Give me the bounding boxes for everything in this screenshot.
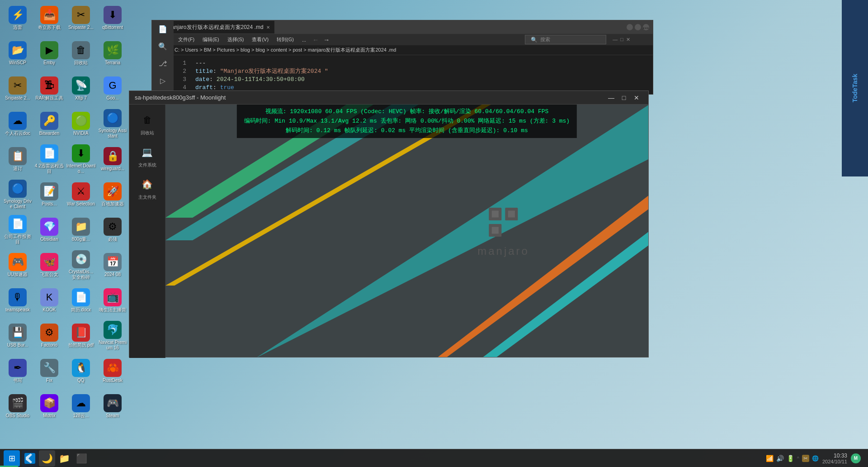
desktop-icon-2024-08[interactable]: 📅 2024 08 — [97, 249, 128, 281]
desktop-icon-800g[interactable]: 📁 800g量... — [65, 214, 97, 246]
desktop-icon-navicat[interactable]: 🐬 Navicat Premium 16 — [97, 319, 128, 352]
desktop-icon-cloud-doc[interactable]: ☁ 个人石云doc — [2, 108, 33, 140]
desktop-icon-synology-drive[interactable]: 🔵 Synology Drive Client — [2, 178, 33, 211]
desktop-icon-obs[interactable]: 🎬 OBS Studio — [2, 390, 33, 423]
vscode-titlebar: M manjaro发行版本远程桌面方案2024 .md ✕ ··· — [152, 20, 653, 34]
desktop-icon-connect[interactable]: 📋 退订 — [2, 143, 33, 176]
desktop-icon-idm[interactable]: ⬇ Internet Downlo... — [65, 143, 97, 176]
vscode-run-icon[interactable]: ▷ — [156, 74, 169, 87]
moonlight-sidebar: 🗑 回收站 💻 文件系统 🏠 主文件夹 — [129, 105, 165, 358]
vscode-menu-goto[interactable]: 转到(G) — [273, 35, 297, 44]
desktop-icon-must[interactable]: ⚙ 必须 — [97, 214, 128, 246]
desktop-icon-snipaste2[interactable]: ✂ Snipaste 2... — [2, 72, 33, 105]
vscode-search-box[interactable]: 🔍 搜索 — [525, 35, 606, 44]
vscode-back-btn[interactable]: ← — [311, 36, 321, 43]
desktop-icon-war-selection[interactable]: ⚔ War Selection — [65, 178, 97, 211]
desktop-icon-posts[interactable]: 📝 Posts... — [33, 178, 65, 211]
taskbar-overflow-icon[interactable]: ^ — [797, 456, 799, 461]
desktop-icon-company-doc[interactable]: 📄 公司工作投资目 — [2, 214, 33, 246]
desktop-icon-teamspeak[interactable]: 🎙 teamspeask — [2, 284, 33, 317]
taskbar-app-moonlight[interactable]: 🌙 — [39, 450, 55, 467]
vscode-split-icon[interactable] — [635, 24, 641, 30]
sidebar-item-home[interactable]: 🏠 主文件夹 — [132, 173, 163, 203]
vscode-tab-close[interactable]: ✕ — [266, 25, 270, 30]
fix-icon: 🔧 — [40, 359, 58, 377]
desktop-icon-steam[interactable]: 🎮 Steam — [97, 390, 128, 423]
desktop-icon-rar[interactable]: 🗜 RAR解压工具 — [33, 72, 65, 105]
todetask-panel[interactable]: TodeTask — [842, 0, 868, 176]
desktop-icon-obsidian[interactable]: 💎 Obsidian — [33, 214, 65, 246]
desktop-icon-resume-doc[interactable]: 📄 简历.docx — [65, 284, 97, 317]
taskbar-volume-icon[interactable]: 🔊 — [776, 455, 784, 462]
taskbar-battery-icon[interactable]: 🔋 — [787, 455, 794, 462]
vscode-files-icon[interactable]: 📄 — [156, 23, 169, 35]
moonlight-close-btn[interactable]: ✕ — [630, 91, 643, 104]
moonlight-content: 视频流: 1920x1080 60.04 FPS (Codec: HEVC) 帧… — [165, 105, 648, 357]
desktop-icon-motrix[interactable]: 📦 Motrix — [33, 390, 65, 423]
desktop-icon-rustdesk[interactable]: 🦀 RustDesk — [97, 355, 128, 387]
vscode-top-controls: — □ ✕ — [613, 37, 630, 43]
vscode-menu-edit[interactable]: 编辑(E) — [199, 35, 223, 44]
vscode-editor[interactable]: 1 --- 2 title: "Manjaro发行版本远程桌面方案2024 " … — [174, 57, 653, 94]
taskbar-start-button[interactable]: ⊞ — [4, 450, 20, 467]
sidebar-item-recycle[interactable]: 🗑 回收站 — [132, 109, 163, 139]
vscode-forward-btn[interactable]: → — [321, 36, 331, 43]
desktop-icon-feiyi[interactable]: 🦋 飞宜公文 — [33, 249, 65, 281]
taskbar-manjaro-btn[interactable]: M — [851, 453, 861, 463]
desktop-icon-snipaste1[interactable]: ✂ Snipaste 2... — [65, 2, 97, 34]
desktop-icon-resume-pdf[interactable]: 📕 拍照简历.pdf — [65, 319, 97, 352]
desktop-icon-128cloud[interactable]: ☁ 128云... — [65, 390, 97, 423]
vscode-search-side-icon[interactable]: 🔍 — [156, 40, 169, 52]
desktop-icon-shuXie[interactable]: ✒ 书写 — [2, 355, 33, 387]
desktop-icon-bitwarden[interactable]: 🔑 Bitwarden — [33, 108, 65, 140]
moonlight-maximize-btn[interactable]: □ — [618, 91, 630, 104]
desktop-icon-google[interactable]: G Goo... — [97, 72, 128, 105]
desktop-icon-recycle[interactable]: 🗑 回收站 — [65, 37, 97, 70]
desktop-icon-emby[interactable]: ▶ Emby — [33, 37, 65, 70]
taskbar-app-terminal[interactable]: ⬛ — [73, 450, 90, 467]
desktop-icon-nvidia[interactable]: 🟢 NVIDIA — [65, 108, 97, 140]
desktop-icon-baidu-accel[interactable]: 🚀 百地加速器 — [97, 178, 128, 211]
snipaste-icon: ✂ — [72, 6, 90, 24]
vscode-menu-select[interactable]: 选择(S) — [224, 35, 248, 44]
desktop-icon-xftp[interactable]: 📡 Xftp 7 — [65, 72, 97, 105]
vscode-menu-more[interactable]: ... — [298, 36, 310, 43]
desktop-icon-synology-assist[interactable]: 🔵 Synology Assistant — [97, 108, 128, 140]
taskbar-app-explorer[interactable]: 📁 — [56, 450, 72, 467]
desktop-icon-winscp[interactable]: 📂 WinSCP — [2, 37, 33, 70]
moonlight-minimize-btn[interactable]: — — [605, 91, 618, 104]
vscode-layout-icon[interactable] — [627, 24, 633, 30]
desktop-icon-qbit[interactable]: ⬇ qBittorrent — [97, 2, 128, 34]
vscode-git-icon[interactable]: ⎇ — [156, 57, 169, 70]
taskbar-network-tray[interactable]: 🌐 — [812, 455, 819, 462]
sidebar-item-filesystem[interactable]: 💻 文件系统 — [132, 141, 163, 171]
desktop-icon-terraria[interactable]: 🌿 Terraria — [97, 37, 128, 70]
desktop-icon-usb[interactable]: 💾 USB Bur... — [2, 319, 33, 352]
vscode-close-btn[interactable]: ✕ — [626, 37, 630, 43]
feiyi-icon: 🦋 — [40, 253, 58, 271]
desktop-icon-stream[interactable]: 📺 嗨生活主播营 — [97, 284, 128, 317]
vscode-more-icon[interactable]: ··· — [643, 24, 649, 30]
desktop-icon-uu[interactable]: 🎮 UU加速器 — [2, 249, 33, 281]
rustdesk-icon: 🦀 — [104, 359, 122, 377]
desktop-icon-qili[interactable]: 📥 奇立苏下载 — [33, 2, 65, 34]
desktop-icon-crystal[interactable]: 💿 CrystalDis... 安全粉碎 — [65, 249, 97, 281]
taskbar-time-display[interactable]: 10:33 2024/10/11 — [822, 453, 847, 464]
vscode-menu-file[interactable]: 文件(F) — [175, 35, 198, 44]
desktop-icon-fix[interactable]: 🔧 Fix — [33, 355, 65, 387]
desktop-icon-kook[interactable]: K KOOK — [33, 284, 65, 317]
desktop-icon-wireguard[interactable]: 🔒 wireguard... — [97, 143, 128, 176]
desktop-icon-qq[interactable]: 🐧 QQ — [65, 355, 97, 387]
taskbar-app-vscode[interactable] — [22, 450, 38, 467]
emby-icon: ▶ — [40, 41, 58, 59]
taskbar-network-icon[interactable]: 📶 — [766, 455, 774, 462]
posts-icon: 📝 — [40, 182, 58, 200]
taskbar-snipaste-tray[interactable]: ✂ — [802, 455, 809, 462]
vscode-maximize-btn[interactable]: □ — [620, 37, 623, 43]
desktop-icon-thunder-doc[interactable]: 📄 4.2迅雷远程迅目 — [33, 143, 65, 176]
rar-icon: 🗜 — [40, 76, 58, 95]
vscode-menu-view[interactable]: 查看(V) — [248, 35, 272, 44]
vscode-minimize-btn[interactable]: — — [613, 37, 618, 43]
desktop-icon-thunder[interactable]: ⚡ 迅雷 — [2, 2, 33, 34]
desktop-icon-factorio[interactable]: ⚙ Factorio — [33, 319, 65, 352]
